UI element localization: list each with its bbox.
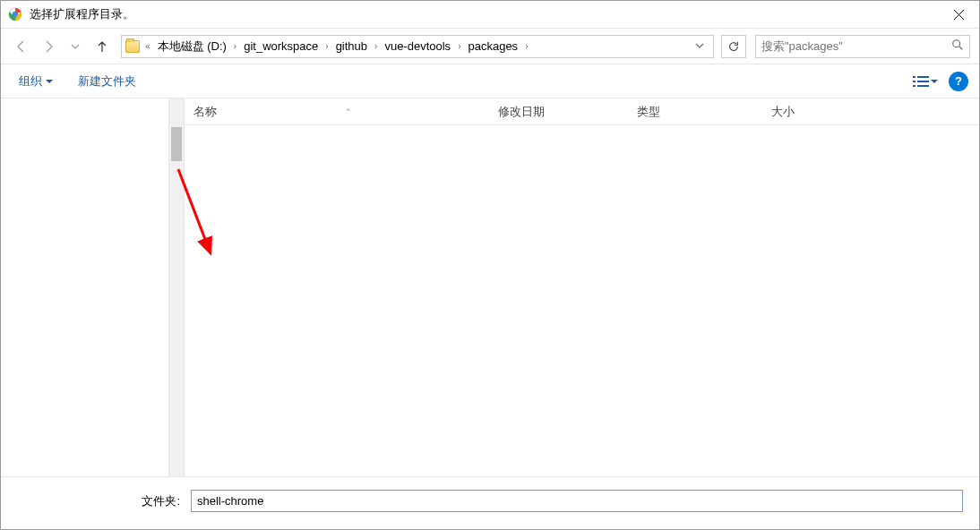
organize-label: 组织 <box>19 73 42 90</box>
forward-button[interactable] <box>37 35 60 58</box>
chevron-down-icon <box>46 78 53 85</box>
new-folder-label: 新建文件夹 <box>78 73 136 90</box>
col-size[interactable]: 大小 <box>762 98 852 124</box>
footer: 文件夹: 选择文件夹 取消 <box>1 476 979 530</box>
search-input[interactable] <box>761 39 951 53</box>
toolbar: 组织 新建文件夹 ? <box>1 64 979 98</box>
breadcrumb-part[interactable]: 本地磁盘 (D:) <box>154 37 230 56</box>
svg-rect-5 <box>913 81 916 82</box>
search-icon[interactable] <box>951 38 964 54</box>
app-icon <box>8 7 22 21</box>
folder-icon <box>125 39 140 54</box>
chevron-down-icon <box>931 78 938 85</box>
main-area: 名称⌃ 修改日期 类型 大小 <box>1 98 979 476</box>
view-mode-button[interactable] <box>913 75 938 88</box>
chevron-icon: › <box>454 41 464 51</box>
folder-field-label: 文件夹: <box>17 493 185 509</box>
col-date[interactable]: 修改日期 <box>489 98 628 124</box>
chevron-icon: › <box>521 41 531 51</box>
sort-indicator-icon: ⌃ <box>345 107 352 116</box>
chevron-icon: › <box>230 41 240 51</box>
file-list: 名称⌃ 修改日期 类型 大小 <box>185 98 979 476</box>
refresh-button[interactable] <box>721 35 746 58</box>
svg-rect-3 <box>913 76 916 78</box>
breadcrumb-part[interactable]: github <box>332 38 371 55</box>
organize-menu[interactable]: 组织 <box>12 70 60 93</box>
svg-rect-8 <box>917 85 929 87</box>
search-box[interactable] <box>755 35 970 58</box>
col-size-label: 大小 <box>771 104 795 120</box>
chevron-icon: › <box>371 41 381 51</box>
svg-rect-7 <box>913 85 916 87</box>
column-header: 名称⌃ 修改日期 类型 大小 <box>185 98 979 125</box>
content-scrollbar[interactable] <box>169 98 185 476</box>
breadcrumb[interactable]: « 本地磁盘 (D:) › git_workspace › github › v… <box>121 35 714 58</box>
breadcrumb-part[interactable]: git_workspace <box>240 38 322 55</box>
back-button[interactable] <box>10 35 33 58</box>
breadcrumb-dropdown[interactable] <box>690 39 709 53</box>
breadcrumb-part[interactable]: packages <box>464 38 521 55</box>
close-button[interactable] <box>939 1 979 28</box>
svg-point-2 <box>953 40 960 47</box>
chevron-icon: › <box>322 41 331 51</box>
col-type[interactable]: 类型 <box>628 98 762 124</box>
up-button[interactable] <box>90 35 114 58</box>
svg-rect-6 <box>917 81 929 82</box>
navbar: « 本地磁盘 (D:) › git_workspace › github › v… <box>1 29 979 64</box>
svg-rect-4 <box>917 76 929 78</box>
titlebar: 选择扩展程序目录。 <box>1 1 979 29</box>
folder-name-input[interactable] <box>191 490 963 512</box>
recent-dropdown[interactable] <box>64 35 87 58</box>
sidebar[interactable] <box>1 98 169 476</box>
window-title: 选择扩展程序目录。 <box>30 6 939 22</box>
col-name[interactable]: 名称⌃ <box>185 98 489 124</box>
chevron-icon: « <box>142 41 154 51</box>
new-folder-button[interactable]: 新建文件夹 <box>71 70 143 93</box>
breadcrumb-part[interactable]: vue-devtools <box>381 38 454 55</box>
col-date-label: 修改日期 <box>498 104 545 120</box>
help-button[interactable]: ? <box>949 72 968 91</box>
col-name-label: 名称 <box>193 104 217 120</box>
col-type-label: 类型 <box>637 104 660 120</box>
